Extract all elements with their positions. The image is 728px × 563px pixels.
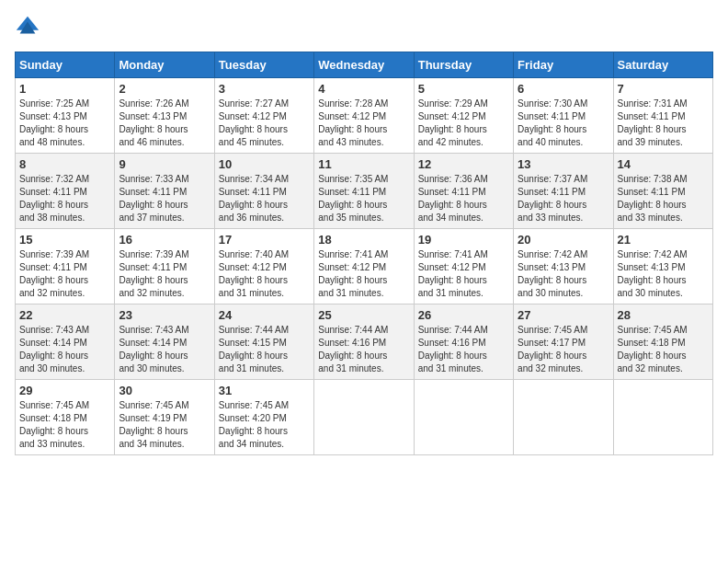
col-header-saturday: Saturday <box>613 52 712 78</box>
table-row: 29 Sunrise: 7:45 AMSunset: 4:18 PMDaylig… <box>16 380 115 455</box>
table-row: 23 Sunrise: 7:43 AMSunset: 4:14 PMDaylig… <box>115 304 214 380</box>
day-info: Sunrise: 7:36 AMSunset: 4:11 PMDaylight:… <box>418 174 488 223</box>
day-number: 1 <box>19 82 110 96</box>
day-info: Sunrise: 7:45 AMSunset: 4:18 PMDaylight:… <box>618 325 688 373</box>
day-info: Sunrise: 7:40 AMSunset: 4:12 PMDaylight:… <box>219 249 289 298</box>
day-number: 17 <box>219 233 310 247</box>
logo-icon <box>15 15 40 40</box>
calendar-row-week1: 1 Sunrise: 7:25 AMSunset: 4:13 PMDayligh… <box>16 78 713 154</box>
day-info: Sunrise: 7:28 AMSunset: 4:12 PMDaylight:… <box>318 98 388 147</box>
page-header <box>15 15 713 40</box>
day-number: 18 <box>318 233 409 247</box>
day-info: Sunrise: 7:44 AMSunset: 4:15 PMDaylight:… <box>219 325 289 373</box>
day-info: Sunrise: 7:35 AMSunset: 4:11 PMDaylight:… <box>318 174 388 223</box>
table-row: 18 Sunrise: 7:41 AMSunset: 4:12 PMDaylig… <box>314 229 414 304</box>
col-header-thursday: Thursday <box>414 52 513 78</box>
col-header-monday: Monday <box>115 52 214 78</box>
day-number: 16 <box>119 233 210 247</box>
day-number: 11 <box>318 157 409 171</box>
table-row: 6 Sunrise: 7:30 AMSunset: 4:11 PMDayligh… <box>514 78 613 154</box>
day-info: Sunrise: 7:39 AMSunset: 4:11 PMDaylight:… <box>19 249 89 298</box>
day-number: 4 <box>318 82 409 96</box>
table-row: 28 Sunrise: 7:45 AMSunset: 4:18 PMDaylig… <box>613 304 712 380</box>
day-number: 12 <box>418 157 509 171</box>
logo <box>15 15 44 40</box>
day-number: 6 <box>518 82 609 96</box>
table-row: 27 Sunrise: 7:45 AMSunset: 4:17 PMDaylig… <box>514 304 613 380</box>
day-info: Sunrise: 7:43 AMSunset: 4:14 PMDaylight:… <box>19 325 89 373</box>
table-row: 3 Sunrise: 7:27 AMSunset: 4:12 PMDayligh… <box>214 78 313 154</box>
table-row <box>613 380 712 455</box>
table-row: 19 Sunrise: 7:41 AMSunset: 4:12 PMDaylig… <box>414 229 513 304</box>
day-number: 20 <box>518 233 609 247</box>
day-info: Sunrise: 7:45 AMSunset: 4:17 PMDaylight:… <box>518 325 587 373</box>
table-row: 17 Sunrise: 7:40 AMSunset: 4:12 PMDaylig… <box>214 229 313 304</box>
day-number: 29 <box>19 384 110 397</box>
day-info: Sunrise: 7:41 AMSunset: 4:12 PMDaylight:… <box>418 249 488 298</box>
calendar-row-week4: 22 Sunrise: 7:43 AMSunset: 4:14 PMDaylig… <box>16 304 713 380</box>
table-row: 4 Sunrise: 7:28 AMSunset: 4:12 PMDayligh… <box>314 78 414 154</box>
day-number: 8 <box>19 157 110 171</box>
table-row: 25 Sunrise: 7:44 AMSunset: 4:16 PMDaylig… <box>314 304 414 380</box>
day-info: Sunrise: 7:32 AMSunset: 4:11 PMDaylight:… <box>19 174 89 223</box>
table-row: 8 Sunrise: 7:32 AMSunset: 4:11 PMDayligh… <box>16 154 115 229</box>
table-row: 26 Sunrise: 7:44 AMSunset: 4:16 PMDaylig… <box>414 304 513 380</box>
table-row: 14 Sunrise: 7:38 AMSunset: 4:11 PMDaylig… <box>613 154 712 229</box>
day-number: 28 <box>618 308 709 322</box>
day-info: Sunrise: 7:33 AMSunset: 4:11 PMDaylight:… <box>119 174 188 223</box>
table-row: 12 Sunrise: 7:36 AMSunset: 4:11 PMDaylig… <box>414 154 513 229</box>
day-info: Sunrise: 7:45 AMSunset: 4:18 PMDaylight:… <box>19 400 89 449</box>
table-row: 7 Sunrise: 7:31 AMSunset: 4:11 PMDayligh… <box>613 78 712 154</box>
day-number: 25 <box>318 308 409 322</box>
table-row: 31 Sunrise: 7:45 AMSunset: 4:20 PMDaylig… <box>214 380 313 455</box>
day-number: 31 <box>219 384 310 397</box>
table-row: 10 Sunrise: 7:34 AMSunset: 4:11 PMDaylig… <box>214 154 313 229</box>
table-row <box>314 380 414 455</box>
calendar-table: SundayMondayTuesdayWednesdayThursdayFrid… <box>15 52 713 455</box>
table-row: 21 Sunrise: 7:42 AMSunset: 4:13 PMDaylig… <box>613 229 712 304</box>
table-row: 24 Sunrise: 7:44 AMSunset: 4:15 PMDaylig… <box>214 304 313 380</box>
table-row <box>514 380 613 455</box>
day-number: 30 <box>119 384 210 397</box>
day-info: Sunrise: 7:39 AMSunset: 4:11 PMDaylight:… <box>119 249 188 298</box>
day-number: 15 <box>19 233 110 247</box>
day-number: 14 <box>618 157 709 171</box>
day-number: 19 <box>418 233 509 247</box>
table-row: 11 Sunrise: 7:35 AMSunset: 4:11 PMDaylig… <box>314 154 414 229</box>
day-info: Sunrise: 7:42 AMSunset: 4:13 PMDaylight:… <box>618 249 688 298</box>
day-number: 13 <box>518 157 609 171</box>
table-row: 2 Sunrise: 7:26 AMSunset: 4:13 PMDayligh… <box>115 78 214 154</box>
calendar-row-week5: 29 Sunrise: 7:45 AMSunset: 4:18 PMDaylig… <box>16 380 713 455</box>
day-number: 10 <box>219 157 310 171</box>
table-row: 13 Sunrise: 7:37 AMSunset: 4:11 PMDaylig… <box>514 154 613 229</box>
day-info: Sunrise: 7:37 AMSunset: 4:11 PMDaylight:… <box>518 174 587 223</box>
day-info: Sunrise: 7:43 AMSunset: 4:14 PMDaylight:… <box>119 325 188 373</box>
day-number: 23 <box>119 308 210 322</box>
day-number: 3 <box>219 82 310 96</box>
calendar-row-week2: 8 Sunrise: 7:32 AMSunset: 4:11 PMDayligh… <box>16 154 713 229</box>
day-info: Sunrise: 7:29 AMSunset: 4:12 PMDaylight:… <box>418 98 488 147</box>
col-header-wednesday: Wednesday <box>314 52 414 78</box>
day-number: 9 <box>119 157 210 171</box>
col-header-friday: Friday <box>514 52 613 78</box>
day-info: Sunrise: 7:44 AMSunset: 4:16 PMDaylight:… <box>318 325 388 373</box>
day-number: 24 <box>219 308 310 322</box>
day-number: 7 <box>618 82 709 96</box>
day-info: Sunrise: 7:26 AMSunset: 4:13 PMDaylight:… <box>119 98 188 147</box>
table-row: 9 Sunrise: 7:33 AMSunset: 4:11 PMDayligh… <box>115 154 214 229</box>
table-row: 16 Sunrise: 7:39 AMSunset: 4:11 PMDaylig… <box>115 229 214 304</box>
table-row: 5 Sunrise: 7:29 AMSunset: 4:12 PMDayligh… <box>414 78 513 154</box>
day-number: 26 <box>418 308 509 322</box>
day-number: 27 <box>518 308 609 322</box>
col-header-tuesday: Tuesday <box>214 52 313 78</box>
day-number: 2 <box>119 82 210 96</box>
day-info: Sunrise: 7:31 AMSunset: 4:11 PMDaylight:… <box>618 98 688 147</box>
day-number: 21 <box>618 233 709 247</box>
day-info: Sunrise: 7:25 AMSunset: 4:13 PMDaylight:… <box>19 98 89 147</box>
table-row: 1 Sunrise: 7:25 AMSunset: 4:13 PMDayligh… <box>16 78 115 154</box>
table-row <box>414 380 513 455</box>
day-info: Sunrise: 7:44 AMSunset: 4:16 PMDaylight:… <box>418 325 488 373</box>
header-row: SundayMondayTuesdayWednesdayThursdayFrid… <box>16 52 713 78</box>
day-info: Sunrise: 7:30 AMSunset: 4:11 PMDaylight:… <box>518 98 587 147</box>
table-row: 20 Sunrise: 7:42 AMSunset: 4:13 PMDaylig… <box>514 229 613 304</box>
